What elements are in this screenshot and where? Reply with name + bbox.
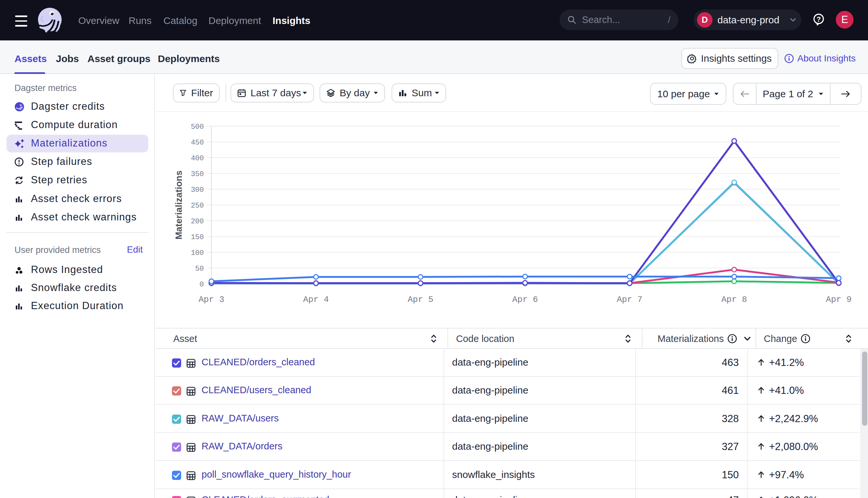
svg-text:450: 450: [191, 139, 204, 147]
svg-text:200: 200: [191, 218, 204, 226]
svg-text:100: 100: [191, 249, 204, 257]
svg-text:350: 350: [191, 170, 204, 179]
svg-text:?: ?: [816, 15, 821, 23]
svg-text:50: 50: [195, 265, 204, 273]
svg-text:150: 150: [191, 233, 204, 241]
svg-text:300: 300: [191, 186, 204, 194]
svg-text:Apr 7: Apr 7: [617, 294, 642, 304]
svg-text:Apr 3: Apr 3: [199, 294, 224, 304]
svg-text:Materializations: Materializations: [174, 170, 184, 239]
svg-text:Apr 4: Apr 4: [303, 294, 329, 304]
svg-text:Apr 5: Apr 5: [408, 294, 433, 304]
svg-text:Apr 9: Apr 9: [826, 294, 852, 304]
svg-text:0: 0: [200, 280, 204, 289]
svg-text:400: 400: [191, 154, 204, 162]
svg-text:250: 250: [191, 202, 204, 210]
svg-text:Apr 6: Apr 6: [512, 294, 538, 304]
svg-text:Apr 8: Apr 8: [722, 294, 747, 304]
svg-text:500: 500: [191, 123, 204, 131]
